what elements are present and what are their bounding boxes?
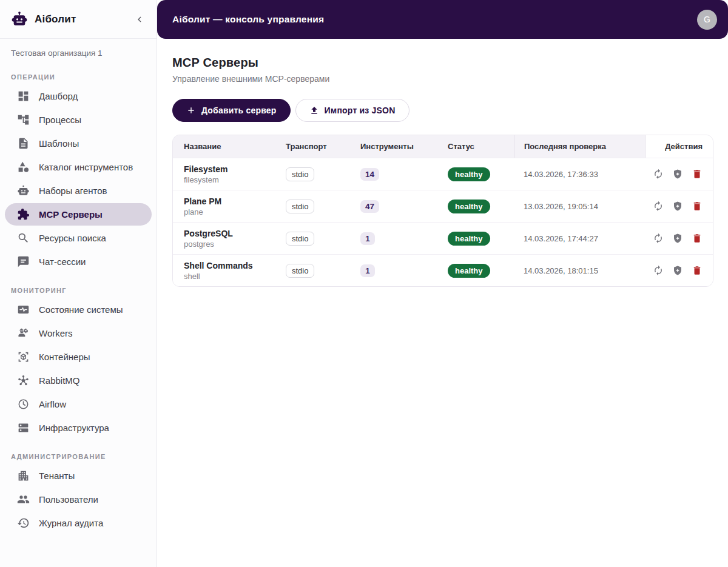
- sidebar-item-dashboard[interactable]: Дашборд: [5, 85, 152, 107]
- dashboard-icon: [17, 90, 30, 102]
- sidebar-item-rabbitmq[interactable]: RabbitMQ: [5, 369, 152, 392]
- sidebar-item-label: Контейнеры: [39, 352, 90, 362]
- user-avatar[interactable]: G: [697, 10, 717, 30]
- import-json-button[interactable]: Импорт из JSON: [295, 99, 410, 122]
- delete-server-button[interactable]: [689, 166, 705, 182]
- transport-badge: stdio: [286, 264, 314, 278]
- processes-icon: [17, 113, 30, 126]
- server-slug: shell: [184, 272, 200, 281]
- sidebar-item-label: Состояние системы: [39, 304, 123, 315]
- trash-icon: [692, 169, 703, 179]
- sidebar-item-users[interactable]: Пользователи: [5, 488, 152, 511]
- tools-count-badge: 47: [360, 200, 379, 213]
- sidebar-item-label: Ресурсы поиска: [39, 233, 106, 243]
- transport-badge: stdio: [286, 167, 314, 181]
- sidebar-item-label: Наборы агентов: [39, 186, 107, 196]
- robot-logo-icon: [11, 11, 28, 28]
- sync-icon: [653, 233, 664, 244]
- refresh-server-button[interactable]: [650, 198, 666, 214]
- health-check-button[interactable]: [670, 166, 686, 182]
- system-health-icon: [17, 303, 30, 316]
- sidebar-item-label: Журнал аудита: [39, 518, 103, 528]
- delete-server-button[interactable]: [689, 198, 705, 214]
- last-check-timestamp: 14.03.2026, 18:01:15: [524, 266, 598, 275]
- server-slug: postgres: [184, 240, 214, 249]
- page-actions: Добавить сервер Импорт из JSON: [172, 99, 713, 122]
- clock-icon: [17, 398, 30, 411]
- refresh-server-button[interactable]: [650, 263, 666, 278]
- last-check-timestamp: 14.03.2026, 17:36:33: [524, 170, 598, 179]
- column-header-transport: Транспорт: [286, 135, 360, 158]
- transport-badge: stdio: [286, 232, 314, 246]
- people-icon: [17, 493, 30, 506]
- sidebar-item-workers[interactable]: Workers: [5, 322, 152, 344]
- templates-icon: [17, 137, 30, 150]
- server-name: Plane PM: [184, 196, 221, 206]
- delete-server-button[interactable]: [689, 263, 705, 278]
- health-check-button[interactable]: [670, 198, 686, 214]
- sidebar-item-audit-log[interactable]: Журнал аудита: [5, 512, 152, 534]
- sidebar-item-chat-sessions[interactable]: Чат-сессии: [5, 250, 152, 273]
- transport-badge: stdio: [286, 200, 314, 213]
- containers-icon: [17, 351, 30, 363]
- sidebar-item-processes[interactable]: Процессы: [5, 109, 152, 131]
- content: MCP Серверы Управление внешними MCP-серв…: [157, 39, 728, 287]
- refresh-server-button[interactable]: [650, 166, 666, 182]
- sync-icon: [653, 201, 664, 212]
- trash-icon: [692, 265, 703, 276]
- sidebar-item-tenants[interactable]: Тенанты: [5, 465, 152, 487]
- sidebar-item-system-health[interactable]: Состояние системы: [5, 298, 152, 321]
- health-check-button[interactable]: [670, 263, 686, 278]
- sync-icon: [653, 169, 664, 179]
- shield-plus-icon: [672, 169, 683, 179]
- sidebar-item-label: Пользователи: [39, 494, 98, 505]
- table-row: Plane PM plane stdio 47 healthy 13.03.20…: [173, 190, 713, 222]
- column-header-last-check: Последняя проверка: [514, 135, 645, 158]
- column-header-name: Название: [173, 135, 286, 158]
- delete-server-button[interactable]: [689, 230, 705, 246]
- page-subtitle: Управление внешними MCP-серверами: [172, 74, 713, 84]
- topbar: Аіболит — консоль управления G: [157, 0, 728, 39]
- sidebar-item-tool-catalog[interactable]: Каталог инструментов: [5, 156, 152, 178]
- tools-count-badge: 1: [360, 232, 375, 245]
- sidebar-item-airflow[interactable]: Airflow: [5, 393, 152, 415]
- server-slug: plane: [184, 207, 203, 216]
- sidebar-item-templates[interactable]: Шаблоны: [5, 132, 152, 155]
- refresh-server-button[interactable]: [650, 230, 666, 246]
- status-badge: healthy: [448, 200, 490, 213]
- sidebar-item-label: Чат-сессии: [39, 257, 86, 267]
- history-icon: [17, 517, 30, 529]
- sidebar-item-label: Каталог инструментов: [39, 162, 133, 172]
- column-header-tools: Инструменты: [360, 135, 448, 158]
- sidebar-item-label: Инфраструктура: [39, 423, 109, 433]
- section-label-administration: АДМИНИСТРИРОВАНИЕ: [11, 453, 146, 460]
- sidebar: Аіболит Тестовая организация 1 ОПЕРАЦИИ …: [0, 0, 157, 567]
- sidebar-item-agent-sets[interactable]: Наборы агентов: [5, 179, 152, 202]
- sidebar-item-containers[interactable]: Контейнеры: [5, 346, 152, 368]
- shield-plus-icon: [672, 233, 683, 244]
- status-badge: healthy: [448, 167, 490, 181]
- server-name: Shell Commands: [184, 261, 253, 270]
- mcp-servers-table: Название Транспорт Инструменты Статус По…: [172, 135, 713, 287]
- sidebar-item-label: Процессы: [39, 115, 81, 125]
- sidebar-item-search-resources[interactable]: Ресурсы поиска: [5, 227, 152, 249]
- sidebar-item-infrastructure[interactable]: Инфраструктура: [5, 417, 152, 439]
- shield-plus-icon: [672, 201, 683, 212]
- sidebar-item-mcp-servers[interactable]: MCP Серверы: [5, 203, 152, 226]
- server-name: Filesystem: [184, 164, 228, 174]
- sidebar-item-label: Airflow: [39, 399, 66, 409]
- server-stack-icon: [17, 421, 30, 434]
- status-badge: healthy: [448, 264, 490, 278]
- sidebar-item-label: Тенанты: [39, 471, 75, 481]
- health-check-button[interactable]: [670, 230, 686, 246]
- topbar-title: Аіболит — консоль управления: [172, 14, 324, 25]
- sidebar-collapse-button[interactable]: [132, 12, 147, 27]
- table-row: PostgreSQL postgres stdio 1 healthy 14.0…: [173, 222, 713, 254]
- section-label-monitoring: МОНИТОРИНГ: [11, 287, 146, 294]
- avatar-initial: G: [704, 15, 710, 24]
- add-server-button[interactable]: Добавить сервер: [172, 99, 291, 122]
- search-icon: [17, 232, 30, 244]
- sidebar-item-label: MCP Серверы: [39, 209, 103, 220]
- tools-count-badge: 14: [360, 168, 379, 181]
- sync-icon: [653, 265, 664, 276]
